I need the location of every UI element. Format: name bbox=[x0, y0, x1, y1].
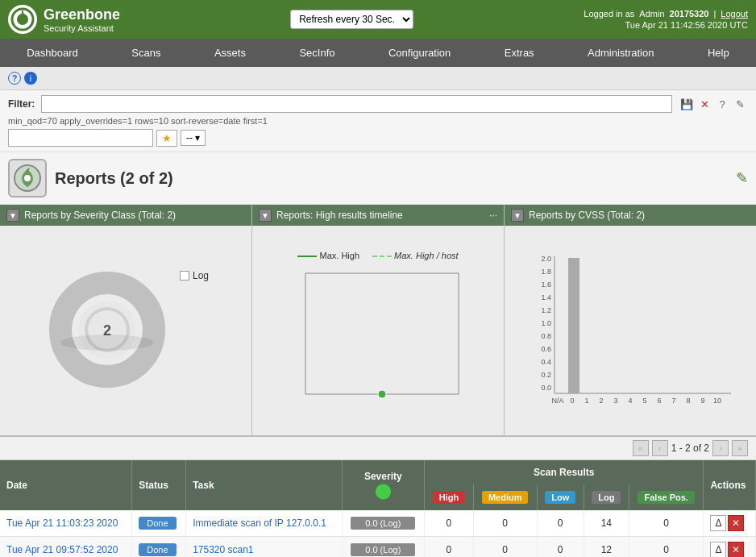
row1-false-pos: 0 bbox=[629, 510, 703, 537]
page-edit-area: ✎ bbox=[736, 169, 748, 187]
col-status: Status bbox=[132, 460, 186, 510]
filter-edit-icon[interactable]: ✎ bbox=[732, 96, 748, 112]
timeline-panel: ▼ Reports: High results timeline ··· Max… bbox=[252, 205, 505, 435]
col-severity: Severity ⬤ bbox=[342, 460, 425, 510]
row2-high: 0 bbox=[425, 537, 474, 558]
logo-icon bbox=[8, 5, 37, 34]
page-edit-icon[interactable]: ✎ bbox=[736, 170, 748, 186]
info-icon[interactable]: i bbox=[24, 72, 37, 85]
row2-delete-btn[interactable]: ✕ bbox=[728, 542, 744, 557]
table-row: Tue Apr 21 09:57:52 2020 Done 175320 sca… bbox=[0, 537, 756, 558]
timeline-toggle[interactable]: ▼ bbox=[259, 209, 272, 222]
prev-page-btn[interactable]: ‹ bbox=[652, 440, 668, 456]
col-actions: Actions bbox=[704, 460, 756, 510]
row2-task: 175320 scan1 bbox=[186, 537, 342, 558]
table-wrapper: Date Status Task Severity ⬤ Scan Results… bbox=[0, 460, 756, 557]
row1-delta-btn[interactable]: Δ bbox=[710, 515, 726, 531]
svg-text:8: 8 bbox=[686, 397, 690, 405]
severity-class-body: 2 Log bbox=[0, 226, 251, 435]
timeline-legend: Max. High Max. High / host bbox=[297, 251, 458, 260]
toolbar-icons: ? i bbox=[8, 72, 37, 85]
svg-text:0.6: 0.6 bbox=[541, 345, 551, 353]
severity-indicator: ⬤ bbox=[375, 483, 391, 499]
col-date: Date bbox=[0, 460, 132, 510]
filter-input[interactable] bbox=[41, 95, 672, 113]
search-row: ★ -- ▾ bbox=[8, 129, 748, 147]
row2-action-btns: Δ ✕ bbox=[710, 542, 749, 557]
svg-text:10: 10 bbox=[713, 397, 721, 405]
search-input[interactable] bbox=[8, 129, 153, 147]
severity-class-panel: ▼ Reports by Severity Class (Total: 2) bbox=[0, 205, 252, 435]
first-page-btn[interactable]: « bbox=[633, 440, 649, 456]
nav-help[interactable]: Help bbox=[695, 39, 742, 67]
severity-class-header: ▼ Reports by Severity Class (Total: 2) bbox=[0, 205, 251, 226]
filter-label: Filter: bbox=[8, 98, 35, 110]
page-info: 1 - 2 of 2 bbox=[671, 443, 709, 454]
svg-text:1.6: 1.6 bbox=[541, 281, 551, 289]
help-icon[interactable]: ? bbox=[8, 72, 21, 85]
nav-extras[interactable]: Extras bbox=[492, 39, 547, 67]
col-high: High bbox=[425, 484, 474, 510]
cvss-header: ▼ Reports by CVSS (Total: 2) bbox=[505, 205, 756, 226]
legend-dashed-line: Max. High / host bbox=[372, 251, 459, 260]
user-info: Logged in as Admin 20175320 | Logout bbox=[584, 9, 748, 19]
svg-text:0.4: 0.4 bbox=[541, 358, 551, 366]
svg-text:1: 1 bbox=[584, 397, 588, 405]
logo-area: Greenbone Security Assistant bbox=[8, 5, 120, 34]
row2-task-link[interactable]: 175320 scan1 bbox=[193, 544, 253, 555]
logout-link[interactable]: Logout bbox=[721, 9, 748, 19]
nav-assets[interactable]: Assets bbox=[201, 39, 259, 67]
row1-date-link[interactable]: Tue Apr 21 11:03:23 2020 bbox=[6, 518, 118, 529]
filter-help-icon[interactable]: ? bbox=[714, 96, 730, 112]
filter-reset-icon[interactable]: ✕ bbox=[696, 96, 712, 112]
last-page-btn[interactable]: » bbox=[732, 440, 748, 456]
svg-text:0.2: 0.2 bbox=[541, 371, 551, 379]
user-id: 20175320 bbox=[670, 9, 709, 19]
nav-administration[interactable]: Administration bbox=[575, 39, 667, 67]
nav-scans[interactable]: Scans bbox=[118, 39, 173, 67]
logged-in-label: Logged in as bbox=[584, 9, 634, 19]
nav-dashboard[interactable]: Dashboard bbox=[14, 39, 91, 67]
table-row: Tue Apr 21 11:03:23 2020 Done Immediate … bbox=[0, 510, 756, 537]
filter-row: Filter: 💾 ✕ ? ✎ bbox=[8, 95, 748, 113]
timeline-more[interactable]: ··· bbox=[489, 210, 497, 221]
log-checkbox[interactable] bbox=[180, 271, 189, 281]
dropdown-button[interactable]: -- ▾ bbox=[181, 130, 206, 146]
star-button[interactable]: ★ bbox=[156, 130, 177, 147]
row2-severity: 0.0 (Log) bbox=[342, 537, 425, 558]
next-page-btn[interactable]: › bbox=[712, 440, 729, 456]
filter-area: Filter: 💾 ✕ ? ✎ min_qod=70 apply_overrid… bbox=[0, 90, 756, 152]
col-medium: Medium bbox=[473, 484, 537, 510]
pagination-row: « ‹ 1 - 2 of 2 › » bbox=[0, 437, 756, 460]
row1-delete-btn[interactable]: ✕ bbox=[728, 515, 744, 531]
svg-text:9: 9 bbox=[700, 397, 704, 405]
svg-text:1.2: 1.2 bbox=[541, 306, 551, 314]
svg-text:1.4: 1.4 bbox=[541, 293, 551, 301]
svg-text:1.0: 1.0 bbox=[541, 319, 551, 327]
row2-date-link[interactable]: Tue Apr 21 09:57:52 2020 bbox=[6, 544, 118, 555]
filter-save-icon[interactable]: 💾 bbox=[679, 96, 695, 112]
row2-status-badge: Done bbox=[139, 543, 176, 556]
brand-name: Greenbone bbox=[44, 6, 120, 23]
row2-delta-btn[interactable]: Δ bbox=[710, 542, 726, 557]
toolbar: ? i bbox=[0, 67, 756, 90]
cvss-toggle[interactable]: ▼ bbox=[511, 209, 524, 222]
row2-low: 0 bbox=[537, 537, 584, 558]
severity-toggle[interactable]: ▼ bbox=[6, 209, 19, 222]
row2-actions: Δ ✕ bbox=[704, 537, 756, 558]
page-title: Reports (2 of 2) bbox=[55, 169, 173, 188]
nav-configuration[interactable]: Configuration bbox=[376, 39, 463, 67]
row1-log: 14 bbox=[584, 510, 629, 537]
refresh-select[interactable]: Refresh every 30 Sec. bbox=[290, 10, 413, 29]
cvss-panel: ▼ Reports by CVSS (Total: 2) 2.0 1.8 1.6… bbox=[505, 205, 756, 435]
row1-task: Immediate scan of IP 127.0.0.1 bbox=[186, 510, 342, 537]
app-header: Greenbone Security Assistant Refresh eve… bbox=[0, 0, 756, 39]
row1-high: 0 bbox=[425, 510, 474, 537]
row2-log: 12 bbox=[584, 537, 629, 558]
col-log: Log bbox=[584, 484, 629, 510]
row1-task-link[interactable]: Immediate scan of IP 127.0.0.1 bbox=[193, 518, 326, 529]
nav-secinfo[interactable]: SecInfo bbox=[286, 39, 347, 67]
brand-text: Greenbone Security Assistant bbox=[44, 6, 120, 33]
brand-subtitle: Security Assistant bbox=[44, 23, 120, 33]
col-scan-results: Scan Results bbox=[425, 460, 704, 484]
